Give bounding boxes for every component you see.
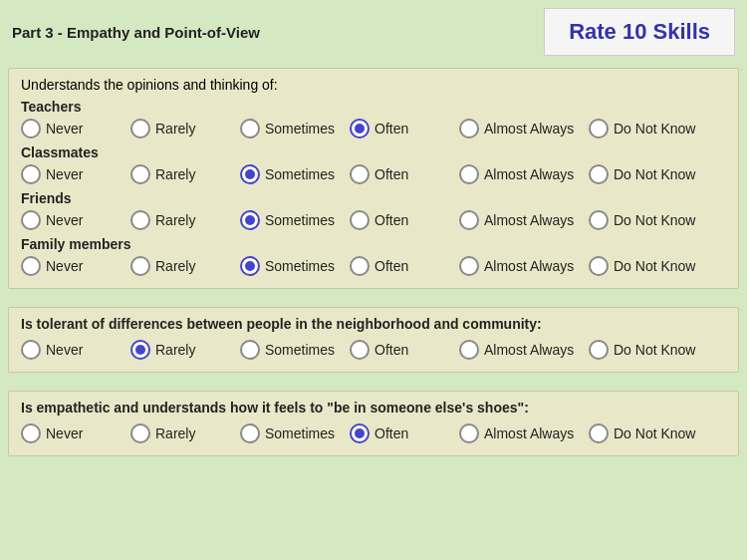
radio-circle-teachers-do-not-know xyxy=(589,119,609,139)
label-q3-rarely: Rarely xyxy=(155,425,195,441)
option-q3-often[interactable]: Often xyxy=(350,423,459,443)
radio-circle-classmates-almost-always xyxy=(459,164,479,184)
radio-circle-teachers-often xyxy=(350,119,370,139)
option-family-do-not-know[interactable]: Do Not Know xyxy=(589,256,718,276)
radio-circle-q2-never xyxy=(21,340,41,360)
option-q3-never[interactable]: Never xyxy=(21,423,130,443)
option-classmates-rarely[interactable]: Rarely xyxy=(130,164,240,184)
option-friends-rarely[interactable]: Rarely xyxy=(130,210,240,230)
option-family-often[interactable]: Often xyxy=(350,256,459,276)
radio-circle-teachers-rarely xyxy=(130,119,150,139)
radio-row-friends: Never Rarely Sometimes Often Almost Alwa… xyxy=(21,210,726,230)
option-q3-sometimes[interactable]: Sometimes xyxy=(240,423,350,443)
label-teachers-sometimes: Sometimes xyxy=(265,121,335,137)
question2-text: Is tolerant of differences between peopl… xyxy=(21,316,726,332)
label-friends-never: Never xyxy=(46,212,83,228)
label-q2-rarely: Rarely xyxy=(155,342,195,358)
label-q2-often: Often xyxy=(374,342,408,358)
radio-circle-friends-never xyxy=(21,210,41,230)
option-friends-almost-always[interactable]: Almost Always xyxy=(459,210,589,230)
radio-circle-friends-almost-always xyxy=(459,210,479,230)
radio-circle-q2-rarely xyxy=(130,340,150,360)
label-family-sometimes: Sometimes xyxy=(265,258,335,274)
top-header-area: Part 3 - Empathy and Point-of-View Rate … xyxy=(0,0,747,62)
label-classmates-almost-always: Almost Always xyxy=(484,166,574,182)
radio-circle-friends-often xyxy=(350,210,370,230)
option-friends-often[interactable]: Often xyxy=(350,210,459,230)
option-q2-rarely[interactable]: Rarely xyxy=(130,340,240,360)
group-label-friends: Friends xyxy=(21,190,726,206)
option-teachers-never[interactable]: Never xyxy=(21,119,130,139)
radio-circle-friends-rarely xyxy=(130,210,150,230)
option-teachers-sometimes[interactable]: Sometimes xyxy=(240,119,350,139)
radio-circle-q3-rarely xyxy=(130,423,150,443)
group-label-family: Family members xyxy=(21,236,726,252)
radio-circle-teachers-almost-always xyxy=(459,119,479,139)
option-q2-sometimes[interactable]: Sometimes xyxy=(240,340,350,360)
option-teachers-rarely[interactable]: Rarely xyxy=(130,119,240,139)
radio-circle-q2-often xyxy=(350,340,370,360)
option-q2-do-not-know[interactable]: Do Not Know xyxy=(589,340,718,360)
radio-circle-family-rarely xyxy=(130,256,150,276)
radio-circle-classmates-sometimes xyxy=(240,164,260,184)
label-classmates-rarely: Rarely xyxy=(155,166,195,182)
radio-circle-q2-do-not-know xyxy=(589,340,609,360)
radio-circle-family-sometimes xyxy=(240,256,260,276)
option-classmates-do-not-know[interactable]: Do Not Know xyxy=(589,164,718,184)
label-teachers-almost-always: Almost Always xyxy=(484,121,574,137)
option-family-rarely[interactable]: Rarely xyxy=(130,256,240,276)
label-q3-do-not-know: Do Not Know xyxy=(614,425,695,441)
radio-circle-classmates-do-not-know xyxy=(589,164,609,184)
option-friends-sometimes[interactable]: Sometimes xyxy=(240,210,350,230)
option-q3-do-not-know[interactable]: Do Not Know xyxy=(589,423,718,443)
option-friends-do-not-know[interactable]: Do Not Know xyxy=(589,210,718,230)
label-q3-never: Never xyxy=(46,425,83,441)
radio-circle-q3-do-not-know xyxy=(589,423,609,443)
option-teachers-do-not-know[interactable]: Do Not Know xyxy=(589,119,718,139)
part-title: Part 3 - Empathy and Point-of-View xyxy=(12,24,524,41)
option-teachers-almost-always[interactable]: Almost Always xyxy=(459,119,589,139)
radio-circle-q2-sometimes xyxy=(240,340,260,360)
question2-card: Is tolerant of differences between peopl… xyxy=(8,307,739,373)
rate-skills-box: Rate 10 Skills xyxy=(544,8,735,56)
radio-circle-classmates-rarely xyxy=(130,164,150,184)
radio-circle-family-almost-always xyxy=(459,256,479,276)
option-family-almost-always[interactable]: Almost Always xyxy=(459,256,589,276)
option-classmates-never[interactable]: Never xyxy=(21,164,130,184)
label-friends-sometimes: Sometimes xyxy=(265,212,335,228)
label-q3-often: Often xyxy=(374,425,408,441)
radio-circle-q3-often xyxy=(350,423,370,443)
label-friends-rarely: Rarely xyxy=(155,212,195,228)
radio-circle-q3-sometimes xyxy=(240,423,260,443)
label-teachers-do-not-know: Do Not Know xyxy=(614,121,695,137)
option-classmates-sometimes[interactable]: Sometimes xyxy=(240,164,350,184)
option-teachers-often[interactable]: Often xyxy=(350,119,459,139)
label-classmates-sometimes: Sometimes xyxy=(265,166,335,182)
label-classmates-do-not-know: Do Not Know xyxy=(614,166,695,182)
radio-row-teachers: Never Rarely Sometimes Often Almost Alwa… xyxy=(21,119,726,139)
option-classmates-almost-always[interactable]: Almost Always xyxy=(459,164,589,184)
option-q3-rarely[interactable]: Rarely xyxy=(130,423,240,443)
option-friends-never[interactable]: Never xyxy=(21,210,130,230)
option-classmates-often[interactable]: Often xyxy=(350,164,459,184)
option-q2-often[interactable]: Often xyxy=(350,340,459,360)
option-q2-never[interactable]: Never xyxy=(21,340,130,360)
question1-card: Understands the opinions and thinking of… xyxy=(8,68,739,289)
option-q2-almost-always[interactable]: Almost Always xyxy=(459,340,589,360)
radio-circle-friends-do-not-know xyxy=(589,210,609,230)
label-teachers-often: Often xyxy=(374,121,408,137)
label-q2-do-not-know: Do Not Know xyxy=(614,342,695,358)
option-q3-almost-always[interactable]: Almost Always xyxy=(459,423,589,443)
label-friends-almost-always: Almost Always xyxy=(484,212,574,228)
group-label-classmates: Classmates xyxy=(21,144,726,160)
label-family-often: Often xyxy=(374,258,408,274)
radio-circle-family-never xyxy=(21,256,41,276)
radio-circle-classmates-often xyxy=(350,164,370,184)
label-friends-often: Often xyxy=(374,212,408,228)
label-family-never: Never xyxy=(46,258,83,274)
option-family-sometimes[interactable]: Sometimes xyxy=(240,256,350,276)
radio-row-q2: Never Rarely Sometimes Often Almost Alwa… xyxy=(21,340,726,360)
label-friends-do-not-know: Do Not Know xyxy=(614,212,695,228)
option-family-never[interactable]: Never xyxy=(21,256,130,276)
label-q3-sometimes: Sometimes xyxy=(265,425,335,441)
